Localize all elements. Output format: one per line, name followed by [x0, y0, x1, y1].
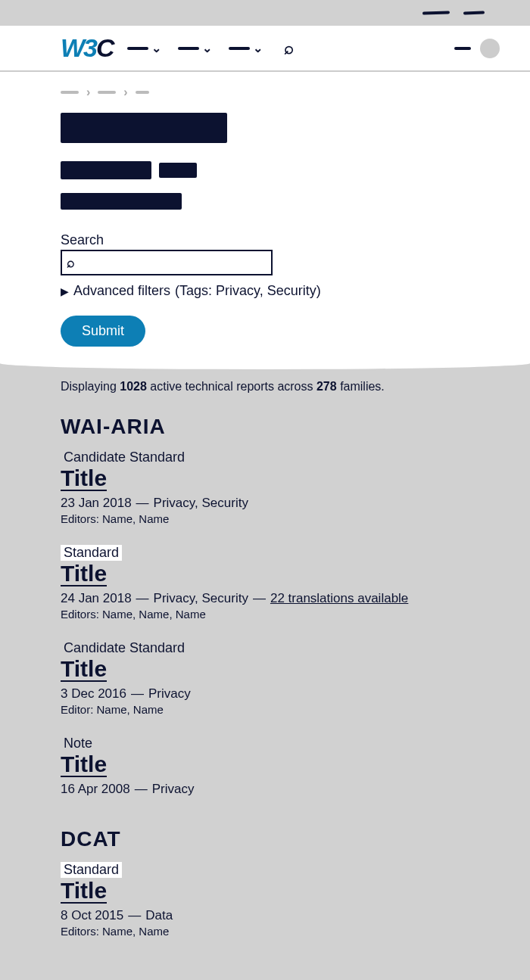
nav-links: ⌄ ⌄ ⌄ ⌕ [127, 39, 294, 58]
results-summary: Displaying 1028 active technical reports… [61, 380, 469, 394]
report-status: Standard [61, 545, 122, 561]
report-editors: Editors: Name, Name, Name [61, 608, 469, 621]
page-header-area: › › Search ⌕ ▶ Advanced filters (Tags: P… [0, 72, 530, 369]
breadcrumb-separator: › [86, 86, 90, 99]
page-subtitle [159, 163, 197, 178]
breadcrumb-item[interactable] [61, 91, 79, 94]
advanced-filters-label: Advanced filters [73, 283, 170, 299]
report-tags: Privacy, Security [154, 591, 248, 605]
report-date: 8 Oct 2015 [61, 908, 123, 922]
report-status: Note [61, 736, 95, 751]
summary-report-count: 1028 [120, 380, 147, 393]
breadcrumb: › › [61, 86, 469, 99]
report-meta: 8 Oct 2015—Data [61, 908, 469, 923]
summary-text: Displaying [61, 380, 117, 393]
search-box[interactable]: ⌕ [61, 250, 273, 275]
nav-item-label [229, 47, 250, 50]
family-name: WAI-ARIA [61, 415, 469, 439]
main-nav: W3C ⌄ ⌄ ⌄ ⌕ [0, 26, 530, 72]
search-icon: ⌕ [67, 255, 75, 271]
report-meta: 23 Jan 2018—Privacy, Security [61, 496, 469, 511]
report-tags: Privacy [148, 686, 191, 701]
chevron-down-icon: ⌄ [202, 41, 212, 55]
report-editors: Editors: Name, Name [61, 512, 469, 525]
report-item: StandardTitle24 Jan 2018—Privacy, Securi… [61, 545, 469, 621]
summary-text: families. [340, 380, 385, 393]
report-item: StandardTitle8 Oct 2015—DataEditors: Nam… [61, 862, 469, 938]
site-logo[interactable]: W3C [61, 33, 114, 63]
logo-part-2: C [96, 33, 114, 62]
report-title-link[interactable]: Title [61, 879, 107, 904]
report-editors: Editors: Name, Name [61, 925, 469, 938]
report-date: 3 Dec 2016 [61, 686, 126, 701]
report-editors: Editor: Name, Name [61, 703, 469, 716]
report-family: DCATStandardTitle8 Oct 2015—DataEditors:… [61, 827, 469, 938]
search-label: Search [61, 232, 469, 248]
account-link[interactable] [454, 47, 471, 50]
report-item: Candidate StandardTitle3 Dec 2016—Privac… [61, 640, 469, 716]
breadcrumb-separator: › [123, 86, 127, 99]
report-item: Candidate StandardTitle23 Jan 2018—Priva… [61, 450, 469, 525]
page-title [61, 113, 227, 143]
utility-link[interactable] [422, 11, 450, 14]
report-title-link[interactable]: Title [61, 562, 107, 586]
search-section: Search ⌕ ▶ Advanced filters (Tags: Priva… [61, 232, 469, 347]
nav-right [454, 39, 500, 58]
report-item: NoteTitle16 Apr 2008—Privacy [61, 736, 469, 797]
report-status: Candidate Standard [61, 640, 188, 656]
page-subtitle [61, 193, 182, 210]
breadcrumb-item [136, 91, 149, 94]
report-date: 16 Apr 2008 [61, 782, 130, 796]
nav-item[interactable]: ⌄ [178, 41, 212, 55]
report-tags: Data [145, 908, 173, 922]
report-family: WAI-ARIACandidate StandardTitle23 Jan 20… [61, 415, 469, 797]
breadcrumb-item[interactable] [98, 91, 116, 94]
report-date: 24 Jan 2018 [61, 591, 132, 605]
nav-item[interactable]: ⌄ [127, 41, 161, 55]
search-input[interactable] [75, 257, 267, 269]
report-tags: Privacy [152, 782, 195, 796]
summary-text: active technical reports across [150, 380, 313, 393]
family-name: DCAT [61, 827, 469, 851]
report-title-link[interactable]: Title [61, 467, 107, 491]
search-icon[interactable]: ⌕ [284, 39, 294, 58]
submit-button[interactable]: Submit [61, 316, 145, 347]
nav-item-label [127, 47, 148, 50]
report-title-link[interactable]: Title [61, 753, 107, 777]
logo-part-1: W3 [61, 33, 96, 62]
triangle-right-icon: ▶ [61, 285, 69, 297]
nav-item-label [178, 47, 199, 50]
utility-bar [0, 0, 530, 26]
report-meta: 24 Jan 2018—Privacy, Security—22 transla… [61, 591, 469, 606]
report-status: Candidate Standard [61, 450, 188, 465]
report-date: 23 Jan 2018 [61, 496, 132, 510]
report-meta: 16 Apr 2008—Privacy [61, 782, 469, 797]
nav-item[interactable]: ⌄ [229, 41, 263, 55]
advanced-filters-detail: (Tags: Privacy, Security) [175, 283, 321, 299]
results-area: Displaying 1028 active technical reports… [0, 369, 530, 980]
chevron-down-icon: ⌄ [151, 41, 161, 55]
chevron-down-icon: ⌄ [253, 41, 263, 55]
advanced-filters-toggle[interactable]: ▶ Advanced filters (Tags: Privacy, Secur… [61, 283, 469, 299]
report-status: Standard [61, 862, 122, 878]
utility-link[interactable] [463, 11, 485, 15]
avatar[interactable] [480, 39, 500, 58]
report-title-link[interactable]: Title [61, 658, 107, 682]
report-meta: 3 Dec 2016—Privacy [61, 686, 469, 702]
page-subtitle [61, 161, 151, 179]
translations-link[interactable]: 22 translations available [270, 591, 408, 605]
report-tags: Privacy, Security [154, 496, 248, 510]
summary-family-count: 278 [316, 380, 337, 393]
